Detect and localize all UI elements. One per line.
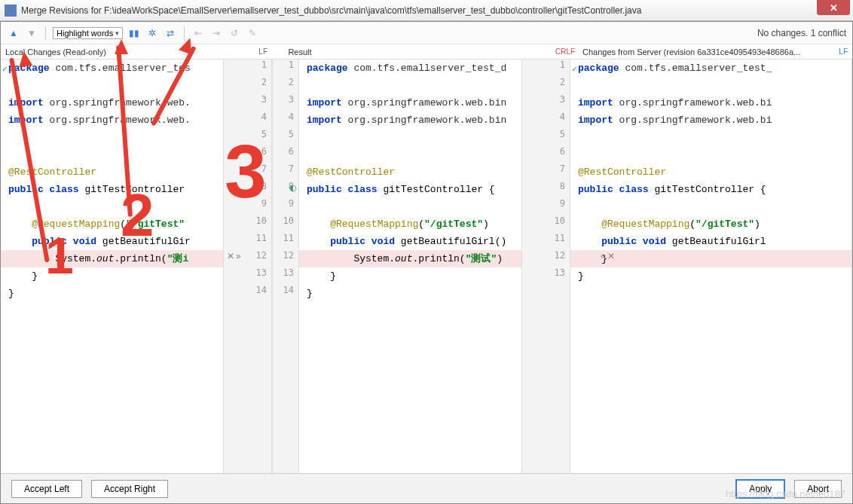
code-line: } [1, 285, 223, 302]
reject-icon[interactable]: ✕ [607, 251, 615, 261]
line-number: 11 [273, 233, 298, 250]
line-number: 3 [224, 94, 271, 111]
left-encoding[interactable]: LF [224, 47, 272, 56]
code-line: import org.springframework.web. [1, 111, 223, 129]
left-gutter: 1234567891011121314 [224, 60, 272, 473]
ok-check-icon: ✓ [572, 61, 577, 78]
line-number: 8 [522, 181, 570, 198]
mid-gutter: 1234567891011121314◐ [272, 60, 299, 473]
line-number: 4 [224, 111, 271, 129]
right-pane-title: Changes from Server (revision 6a331ce409… [578, 47, 834, 57]
magic-resolve-icon[interactable]: ✎ [246, 26, 259, 40]
reject-left-marker[interactable]: ✕» [227, 251, 241, 261]
line-number: 13 [273, 267, 298, 285]
code-line: public class gitTestController { [299, 181, 521, 198]
accept-left-button[interactable]: Accept Left [11, 480, 82, 498]
line-number: 9 [224, 198, 271, 215]
line-number: 5 [522, 129, 570, 146]
left-code-pane[interactable]: package com.tfs.emallserver_tes import o… [1, 60, 224, 473]
code-line: import org.springframework.web. [1, 94, 223, 111]
right-code-pane[interactable]: package com.tfs.emallserver_test_ import… [570, 60, 852, 473]
code-line: @RequestMapping("/gitTest" [1, 215, 223, 233]
code-line: public class gitTestController [1, 181, 223, 198]
code-line: @RequestMapping("/gitTest") [299, 215, 521, 233]
watermark: https://blog.csdn.net/leo187 [726, 488, 845, 499]
window-titlebar: Merge Revisions for F:\ideaWorkSpace\Ema… [0, 0, 853, 21]
code-line: import org.springframework.web.bi [570, 111, 851, 129]
line-number: 14 [224, 285, 271, 302]
mid-encoding[interactable]: CRLF [551, 47, 578, 56]
code-line: } [1, 267, 223, 285]
line-number: 13 [522, 267, 570, 285]
right-gutter: 12345678910111213 [522, 60, 570, 473]
code-line: package com.tfs.emallserver_test_d [299, 60, 521, 77]
line-number: 10 [224, 215, 271, 233]
code-line: @RestController [299, 163, 521, 181]
line-number: 5 [224, 129, 271, 146]
class-gutter-icon[interactable]: ◐ [289, 183, 297, 193]
line-number: 7 [224, 163, 271, 181]
line-number: 5 [273, 129, 298, 146]
apply-right-icon[interactable]: ⇥ [209, 26, 223, 40]
code-line [570, 146, 851, 163]
line-number: 7 [522, 163, 570, 181]
code-line: @RequestMapping("/gitTest") [570, 215, 851, 233]
code-line: System.out.println("测试") [299, 250, 521, 267]
result-code-pane[interactable]: package com.tfs.emallserver_test_d impor… [299, 60, 522, 473]
code-line: package com.tfs.emallserver_tes [1, 60, 223, 77]
code-line [1, 129, 223, 146]
ok-check-icon: ✓ [2, 61, 8, 78]
line-number: 10 [273, 215, 298, 233]
toolbar: ▲ ▼ Highlight words ▮▮ ✲ ⇄ ⇤ ⇥ ↺ ✎ No ch… [1, 22, 852, 44]
result-pane-title: Result [272, 47, 328, 57]
line-number: 3 [522, 94, 570, 111]
code-line: import org.springframework.web.bin [299, 94, 521, 111]
line-number: 12 [522, 250, 570, 267]
line-number: 1 [224, 60, 271, 77]
pane-headers: Local Changes (Read-only) LF Result CRLF… [1, 44, 852, 60]
line-number: 1 [522, 60, 570, 77]
code-line: } [299, 267, 521, 285]
code-line: public class gitTestController { [570, 181, 851, 198]
separator [184, 26, 185, 40]
code-line: public void getBeautifulGir [1, 233, 223, 250]
accept-right-button[interactable]: Accept Right [91, 480, 168, 498]
separator [45, 26, 46, 40]
line-number: 8 [224, 181, 271, 198]
code-line: package com.tfs.emallserver_test_ [570, 60, 851, 77]
accept-right-arrow-icon[interactable]: » [236, 251, 241, 261]
right-encoding[interactable]: LF [834, 47, 852, 56]
code-line: } [570, 267, 851, 285]
status-text: No changes. 1 conflict [757, 28, 846, 38]
line-number: 11 [224, 233, 271, 250]
line-number: 1 [273, 60, 298, 77]
code-line: public void getBeautifulGirl [570, 233, 851, 250]
prev-change-icon[interactable]: ▲ [7, 26, 20, 40]
code-line [299, 77, 521, 94]
code-line: public void getBeautifulGirl() [299, 233, 521, 250]
sync-scroll-icon[interactable]: ⇄ [164, 26, 177, 40]
code-line [570, 129, 851, 146]
main-panel: ▲ ▼ Highlight words ▮▮ ✲ ⇄ ⇤ ⇥ ↺ ✎ No ch… [0, 21, 853, 504]
code-line [570, 198, 851, 215]
next-change-icon[interactable]: ▼ [25, 26, 38, 40]
line-number: 2 [224, 77, 271, 94]
window-close-button[interactable]: ✕ [817, 0, 850, 15]
line-number: 4 [522, 111, 570, 129]
line-number: 2 [522, 77, 570, 94]
line-number: 11 [522, 233, 570, 250]
reject-icon[interactable]: ✕ [227, 251, 234, 261]
footer: Accept Left Accept Right Apply Abort [1, 473, 852, 503]
line-number: 14 [273, 285, 298, 302]
apply-left-icon[interactable]: ⇤ [191, 26, 205, 40]
code-line [299, 129, 521, 146]
code-line [299, 198, 521, 215]
reject-right-marker[interactable]: «✕ [601, 251, 615, 261]
side-by-side-icon[interactable]: ▮▮ [127, 26, 141, 40]
line-number: 4 [273, 111, 298, 129]
settings-icon[interactable]: ✲ [145, 26, 159, 40]
revert-icon[interactable]: ↺ [228, 26, 241, 40]
highlight-dropdown[interactable]: Highlight words [53, 27, 123, 39]
accept-left-arrow-icon[interactable]: « [601, 251, 606, 261]
line-number: 3 [273, 94, 298, 111]
